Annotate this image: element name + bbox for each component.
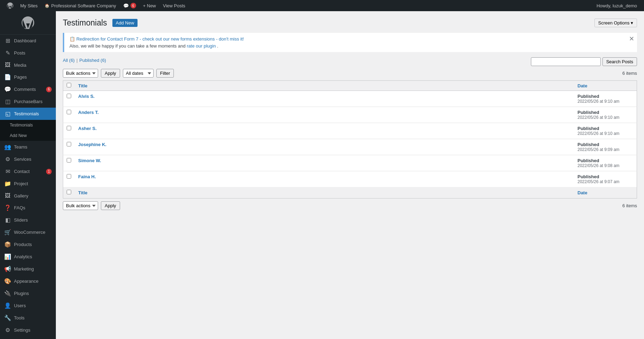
row-status: Published bbox=[578, 110, 634, 115]
wp-logo[interactable] bbox=[3, 0, 17, 11]
sidebar-item-purchasebars[interactable]: ◫ PurchaseBars bbox=[0, 95, 56, 108]
row-checkbox[interactable] bbox=[67, 126, 71, 130]
row-date: 2022/05/26 at 9:10 am bbox=[578, 99, 634, 104]
row-status: Published bbox=[578, 158, 634, 163]
sidebar-item-sliders[interactable]: ◧ Sliders bbox=[0, 214, 56, 226]
sidebar-item-comments[interactable]: 💬 Comments 6 bbox=[0, 83, 56, 95]
sidebar-submenu-testimonials[interactable]: Testimonials bbox=[0, 120, 56, 130]
notice-link[interactable]: Redirection for Contact Form 7 - check o… bbox=[76, 36, 244, 42]
screen-options-button[interactable]: Screen Options ▾ bbox=[594, 19, 637, 27]
main-content: Testimonials Add New Screen Options ▾ ✕ … bbox=[56, 11, 644, 339]
woocommerce-icon: 🛒 bbox=[4, 229, 11, 236]
sidebar-item-tools[interactable]: 🔧 Tools bbox=[0, 312, 56, 324]
title-column-header[interactable]: Title bbox=[75, 81, 574, 91]
filter-published-link[interactable]: Published (6) bbox=[79, 58, 106, 63]
date-filter-select[interactable]: All dates May 2022 bbox=[123, 69, 154, 78]
sidebar-item-media[interactable]: 🖼 Media bbox=[0, 59, 56, 71]
row-title-link[interactable]: Anders T. bbox=[78, 110, 99, 115]
sidebar-item-appearance[interactable]: 🎨 Appearance bbox=[0, 275, 56, 287]
sidebar-item-pages[interactable]: 📄 Pages bbox=[0, 71, 56, 83]
testimonials-icon: ◱ bbox=[4, 110, 11, 117]
sidebar-item-dashboard[interactable]: ⊞ Dashboard bbox=[0, 35, 56, 47]
media-icon: 🖼 bbox=[4, 62, 11, 68]
bulk-actions-select-bottom[interactable]: Bulk actions Delete bbox=[63, 201, 98, 210]
date-column-header[interactable]: Date bbox=[574, 81, 637, 91]
dashboard-icon: ⊞ bbox=[4, 37, 11, 44]
tablenav-top: Bulk actions Delete Apply All dates May … bbox=[63, 69, 637, 78]
comments-link[interactable]: 💬 6 bbox=[120, 0, 140, 11]
notice-rate-link[interactable]: rate our plugin bbox=[187, 43, 216, 49]
sidebar-item-plugins[interactable]: 🔌 Plugins bbox=[0, 287, 56, 300]
posts-table: Title Date Alvis S. Published 2022/05/26… bbox=[63, 80, 637, 199]
row-status: Published bbox=[578, 126, 634, 131]
sidebar-item-project[interactable]: 📁 Project bbox=[0, 178, 56, 190]
sidebar-item-faqs[interactable]: ❓ FAQs bbox=[0, 202, 56, 214]
row-date: 2022/05/26 at 9:07 am bbox=[578, 179, 634, 184]
analytics-icon: 📊 bbox=[4, 253, 11, 260]
sidebar-item-services[interactable]: ⚙ Services bbox=[0, 153, 56, 165]
filter-actions-top: Bulk actions Delete Apply All dates May … bbox=[63, 69, 174, 78]
row-title-link[interactable]: Alvis S. bbox=[78, 94, 95, 99]
posts-icon: ✎ bbox=[4, 50, 11, 56]
row-checkbox[interactable] bbox=[67, 174, 71, 179]
row-date: 2022/05/26 at 9:10 am bbox=[578, 115, 634, 120]
row-date-cell: Published 2022/05/26 at 9:10 am bbox=[574, 107, 637, 123]
row-checkbox[interactable] bbox=[67, 94, 71, 98]
sidebar-item-products[interactable]: 📦 Products bbox=[0, 238, 56, 251]
row-status: Published bbox=[578, 174, 634, 179]
appearance-icon: 🎨 bbox=[4, 278, 11, 284]
sidebar-item-users[interactable]: 👤 Users bbox=[0, 300, 56, 312]
add-new-button[interactable]: Add New bbox=[112, 19, 138, 27]
row-title-link[interactable]: Josephine K. bbox=[78, 142, 106, 147]
notice-close-button[interactable]: ✕ bbox=[629, 36, 634, 42]
search-bar: Search Posts bbox=[531, 57, 637, 66]
row-status: Published bbox=[578, 142, 634, 147]
filter-all-link[interactable]: All (6) bbox=[63, 58, 75, 63]
row-checkbox-cell bbox=[63, 139, 75, 155]
site-name[interactable]: 🏠 Professional Software Company bbox=[41, 0, 120, 11]
my-sites[interactable]: My Sites bbox=[17, 0, 41, 11]
select-all-footer-checkbox[interactable] bbox=[67, 190, 71, 194]
sidebar-item-settings[interactable]: ⚙ Settings bbox=[0, 324, 56, 336]
search-input[interactable] bbox=[531, 57, 601, 66]
table-footer-row: Title Date bbox=[63, 187, 637, 199]
apply-button-bottom[interactable]: Apply bbox=[101, 201, 120, 210]
notice-icon: 📋 bbox=[69, 36, 75, 42]
row-title-link[interactable]: Asher S. bbox=[78, 126, 97, 131]
sidebar-item-categories[interactable]: 🗂 Categories bbox=[0, 336, 56, 339]
filter-published-label: Published (6) bbox=[79, 58, 106, 63]
sidebar-item-gallery[interactable]: 🖼 Gallery bbox=[0, 190, 56, 202]
contact-badge: 1 bbox=[46, 169, 52, 174]
sidebar-item-posts[interactable]: ✎ Posts bbox=[0, 47, 56, 59]
row-checkbox[interactable] bbox=[67, 110, 71, 114]
search-posts-button[interactable]: Search Posts bbox=[602, 57, 637, 66]
comments-icon: 💬 bbox=[4, 86, 11, 93]
user-greeting[interactable]: Howdy, luzuk_demo bbox=[593, 0, 641, 11]
row-checkbox-cell bbox=[63, 171, 75, 187]
row-checkbox-cell bbox=[63, 91, 75, 107]
apply-button-top[interactable]: Apply bbox=[101, 69, 120, 78]
sidebar-submenu-add-new[interactable]: Add New bbox=[0, 130, 56, 141]
select-all-checkbox[interactable] bbox=[67, 83, 71, 87]
sidebar-item-testimonials[interactable]: ◱ Testimonials bbox=[0, 108, 56, 120]
date-column-footer: Date bbox=[574, 187, 637, 199]
row-title-cell: Alvis S. bbox=[75, 91, 574, 107]
bulk-actions-select-top[interactable]: Bulk actions Delete bbox=[63, 69, 98, 78]
page-header: Testimonials Add New Screen Options ▾ bbox=[63, 18, 637, 28]
view-posts-link[interactable]: View Posts bbox=[160, 0, 189, 11]
row-title-link[interactable]: Simone W. bbox=[78, 158, 101, 163]
sidebar-item-analytics[interactable]: 📊 Analytics bbox=[0, 251, 56, 263]
row-title-link[interactable]: Faina H. bbox=[78, 174, 96, 179]
services-icon: ⚙ bbox=[4, 156, 11, 163]
sidebar-item-marketing[interactable]: 📢 Marketing bbox=[0, 263, 56, 275]
sidebar-item-contact[interactable]: ✉ Contact 1 bbox=[0, 165, 56, 178]
row-date-cell: Published 2022/05/26 at 9:09 am bbox=[574, 139, 637, 155]
row-checkbox[interactable] bbox=[67, 142, 71, 146]
filter-button[interactable]: Filter bbox=[156, 69, 174, 78]
new-link[interactable]: + New bbox=[140, 0, 160, 11]
sidebar-item-woocommerce[interactable]: 🛒 WooCommerce bbox=[0, 226, 56, 238]
title-column-footer: Title bbox=[75, 187, 574, 199]
row-checkbox[interactable] bbox=[67, 158, 71, 163]
row-date-cell: Published 2022/05/26 at 9:10 am bbox=[574, 123, 637, 139]
sidebar-item-teams[interactable]: 👥 Teams bbox=[0, 141, 56, 153]
